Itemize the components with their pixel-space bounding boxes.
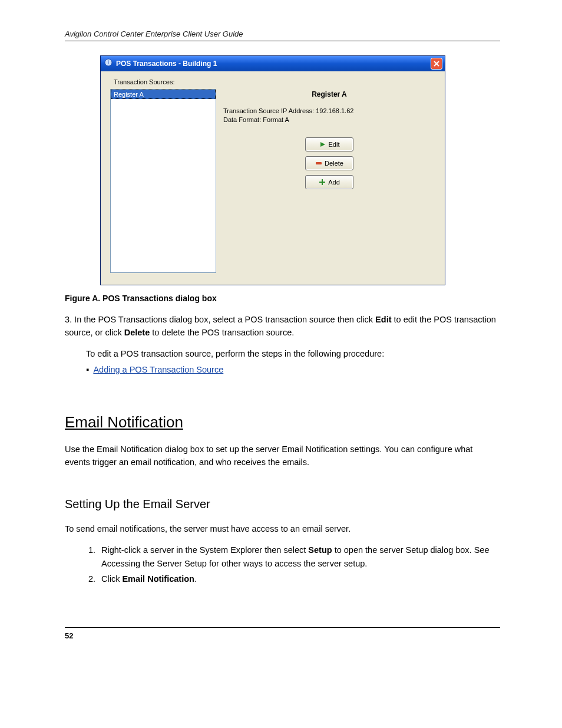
text: Right-click a server in the System Explo… [101, 545, 308, 555]
edit-label: Edit [329, 141, 340, 148]
detail-pane: Register A Transaction Source IP Address… [221, 89, 438, 278]
email-notification-heading: Email Notification [65, 413, 500, 431]
titlebar: i POS Transactions - Building 1 [101, 56, 445, 71]
step-2: Click Email Notification. [98, 572, 500, 585]
setting-up-email-server-heading: Setting Up the Email Server [65, 498, 500, 511]
detail-format: Data Format: Format A [223, 116, 435, 124]
figure-caption: Figure A. POS Transactions dialog box [65, 294, 500, 303]
close-icon [434, 58, 439, 69]
detail-title: Register A [223, 90, 435, 98]
pos-transactions-window: i POS Transactions - Building 1 Transa [100, 55, 445, 285]
window-title: POS Transactions - Building 1 [116, 60, 217, 68]
ip-label: Transaction Source IP Address: [223, 107, 314, 114]
svg-text:i: i [108, 60, 109, 65]
format-label: Data Format: [223, 116, 261, 123]
ip-value: 192.168.1.62 [316, 107, 353, 114]
indent-intro: To edit a POS transaction source, perfor… [86, 348, 500, 361]
page-footer: 52 [65, 627, 500, 640]
transaction-sources-label: Transaction Sources: [114, 78, 438, 85]
detail-ip: Transaction Source IP Address: 192.168.1… [223, 107, 435, 116]
text: . [194, 574, 197, 584]
arrow-right-icon [319, 141, 326, 148]
running-header: Avigilon Control Center Enterprise Clien… [65, 29, 500, 41]
setup-bold: Setup [308, 545, 332, 555]
email-notification-bold: Email Notification [122, 574, 194, 584]
email-section-text: Use the Email Notification dialog box to… [65, 443, 500, 469]
add-label: Add [328, 179, 340, 186]
svg-marker-4 [320, 142, 325, 147]
edit-button[interactable]: Edit [305, 137, 353, 151]
window-icon: i [104, 58, 113, 69]
svg-rect-7 [319, 182, 325, 183]
add-button[interactable]: Add [305, 175, 353, 189]
email-steps: Right-click a server in the System Explo… [65, 543, 500, 585]
delete-button[interactable]: Delete [305, 156, 353, 170]
transaction-sources-listbox[interactable]: Register A [110, 89, 216, 273]
text: for other ways to access the server setu… [207, 559, 367, 568]
minus-icon [315, 160, 322, 167]
text: Click [101, 574, 122, 584]
text: to delete the POS transaction source. [150, 328, 294, 337]
format-value: Format A [263, 116, 289, 123]
email-intro-text: To send email notifications, the server … [65, 523, 500, 536]
delete-label: Delete [325, 160, 343, 167]
step-1: Right-click a server in the System Explo… [98, 543, 500, 570]
edit-bold: Edit [375, 315, 391, 324]
delete-bold: Delete [124, 328, 150, 337]
list-item[interactable]: Register A [111, 90, 216, 99]
edit-delete-instruction: 3. In the POS Transactions dialog box, s… [65, 314, 500, 340]
indent-link-row: ▪ Adding a POS Transaction Source [86, 364, 500, 377]
plus-icon [319, 179, 326, 186]
text: to open the server Setup dialog box. [332, 545, 474, 555]
svg-rect-5 [316, 162, 322, 164]
text: 3. In the POS Transactions dialog box, s… [65, 315, 375, 324]
page-number: 52 [65, 631, 73, 640]
close-button[interactable] [431, 58, 442, 70]
figure-container: i POS Transactions - Building 1 Transa [100, 55, 500, 285]
adding-pos-source-link[interactable]: Adding a POS Transaction Source [93, 365, 223, 374]
